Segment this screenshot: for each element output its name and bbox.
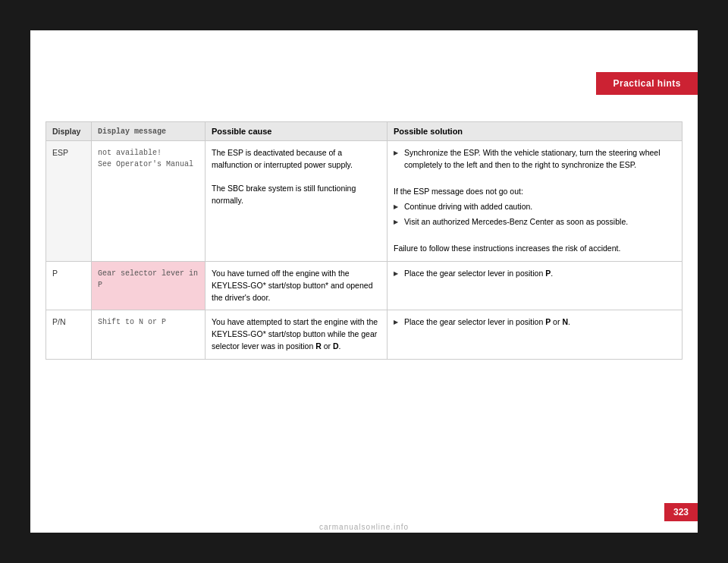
section-tab-label: Practical hints bbox=[613, 78, 681, 89]
table-row: P Gear selector lever in P You have turn… bbox=[46, 262, 682, 310]
col-message: Display message bbox=[92, 122, 206, 141]
display-table: Display Display message Possible cause P… bbox=[46, 121, 682, 360]
col-display: Display bbox=[46, 122, 92, 141]
pn-display: P/N bbox=[46, 310, 92, 359]
pn-cause: You have attempted to start the engine w… bbox=[206, 310, 388, 359]
table-row: ESP not available!See Operator's Manual … bbox=[46, 141, 682, 262]
watermark: carmanualsонline.info bbox=[0, 523, 728, 531]
p-message: Gear selector lever in P bbox=[92, 262, 206, 310]
p-display: P bbox=[46, 262, 92, 310]
page-number: 323 bbox=[664, 503, 698, 521]
pn-message: Shift to N or P bbox=[92, 310, 206, 359]
p-cause: You have turned off the engine with the … bbox=[206, 262, 388, 310]
table-row: P/N Shift to N or P You have attempted t… bbox=[46, 310, 682, 359]
pn-solution: Place the gear selector lever in positio… bbox=[388, 310, 682, 359]
esp-display: ESP bbox=[46, 141, 92, 262]
col-cause: Possible cause bbox=[206, 122, 388, 141]
table-header-row: Display Display message Possible cause P… bbox=[46, 122, 682, 141]
p-solution: Place the gear selector lever in positio… bbox=[388, 262, 682, 310]
col-solution: Possible solution bbox=[388, 122, 682, 141]
esp-message: not available!See Operator's Manual bbox=[92, 141, 206, 262]
section-tab: Practical hints bbox=[596, 72, 698, 95]
esp-solution: Synchronize the ESP. With the vehicle st… bbox=[388, 141, 682, 262]
esp-cause: The ESP is deactivated because of a malf… bbox=[206, 141, 388, 262]
content-area: Display Display message Possible cause P… bbox=[46, 121, 682, 360]
